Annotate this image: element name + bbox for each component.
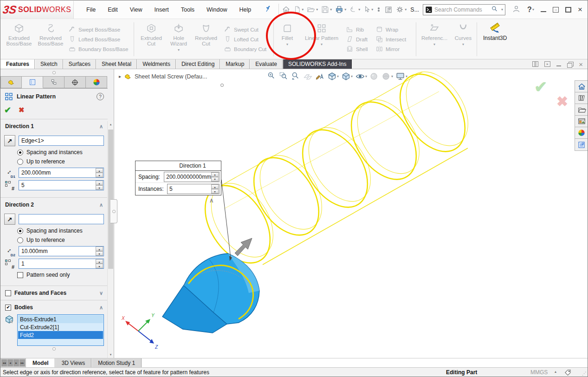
pane-display-icon[interactable]: [532, 61, 538, 67]
undo-button[interactable]: ▾: [348, 4, 361, 15]
model-3d-view[interactable]: X Y Z: [114, 69, 588, 358]
help-icon[interactable]: ?: [97, 93, 104, 100]
settings-dropdown[interactable]: ▾: [405, 7, 407, 12]
radio-icon[interactable]: [17, 159, 23, 165]
direction1-reference-field[interactable]: Edge<1>: [19, 136, 104, 146]
view-settings-button[interactable]: ▾: [395, 71, 408, 82]
radio-selected-icon[interactable]: [17, 150, 23, 156]
tab-markup[interactable]: Markup: [220, 59, 250, 69]
tab-configuration-manager[interactable]: [43, 76, 65, 88]
bodies-checkbox[interactable]: ✔: [5, 305, 11, 311]
pin-menu-icon[interactable]: [264, 5, 272, 14]
help-dropdown[interactable]: ▾: [532, 7, 534, 12]
direction1-instances-field[interactable]: 5 ▴▾: [19, 180, 104, 190]
confirmation-cancel-icon[interactable]: ✖: [556, 93, 568, 110]
pattern-seed-checkbox[interactable]: [17, 272, 23, 278]
print-button[interactable]: ▾: [334, 4, 347, 15]
options-list-icon[interactable]: [383, 4, 394, 15]
tab-model[interactable]: Model: [26, 358, 55, 367]
settings-gear-button[interactable]: ▾: [394, 4, 407, 15]
collapse-icon[interactable]: ∧: [99, 124, 103, 130]
new-document-dropdown[interactable]: ▾: [302, 7, 304, 12]
flyout-tree-arrow[interactable]: ▸: [119, 74, 121, 79]
direction1-spacing-field[interactable]: 200.000mm ▴▾: [19, 168, 104, 178]
tab-surfaces[interactable]: Surfaces: [63, 59, 96, 69]
ok-button[interactable]: ✔: [4, 105, 11, 115]
document-close-button[interactable]: ×: [579, 62, 583, 67]
tab-motion-study[interactable]: Motion Study 1: [91, 358, 142, 367]
search-magnifier-icon[interactable]: [491, 6, 499, 13]
zoom-area-button[interactable]: [278, 71, 289, 82]
boundary-boss-button[interactable]: Boundary Boss/Base: [68, 45, 130, 53]
hole-wizard-button[interactable]: Hole Wizard ▾: [167, 20, 190, 58]
search-input[interactable]: [434, 6, 489, 13]
spacing2-spinner[interactable]: ▴▾: [96, 247, 103, 256]
body-list-item[interactable]: Cut-Extrude2[1]: [18, 323, 103, 331]
edit-appearance-button[interactable]: [369, 71, 380, 82]
annotation-view-button[interactable]: [315, 71, 325, 82]
linear-pattern-button[interactable]: Linear Pattern ▾: [299, 20, 344, 58]
callout-instances-field[interactable]: 5▴▾: [167, 184, 220, 194]
mirror-button[interactable]: Mirror: [375, 45, 413, 53]
new-document-button[interactable]: ▾: [292, 4, 304, 15]
direction2-instances-field[interactable]: 1 ▴▾: [19, 259, 104, 269]
extruded-cut-button[interactable]: Extruded Cut: [136, 20, 167, 58]
panel-scrollbar[interactable]: ▴ ▾: [107, 121, 114, 358]
expand-icon[interactable]: ∨: [99, 290, 103, 296]
body-list-item-selected[interactable]: Fold2: [18, 331, 103, 339]
features-faces-checkbox[interactable]: [5, 290, 11, 296]
view-palette-tab[interactable]: [575, 116, 588, 127]
collapsed-menu-item[interactable]: S...: [410, 6, 419, 13]
tab-features[interactable]: Features: [0, 59, 35, 69]
swept-boss-button[interactable]: Swept Boss/Base: [68, 26, 130, 33]
view-orientation-dropdown[interactable]: ▾: [337, 74, 339, 78]
hole-wizard-dropdown[interactable]: ▾: [178, 46, 180, 52]
next-tab-button[interactable]: ▸: [13, 359, 19, 366]
tags-icon[interactable]: [564, 369, 572, 377]
design-library-tab[interactable]: [575, 92, 588, 104]
resize-grip[interactable]: ⋰: [582, 371, 587, 376]
menu-view[interactable]: View: [124, 1, 149, 19]
view-settings-dropdown[interactable]: ▾: [406, 74, 407, 78]
hide-show-items-button[interactable]: ▾: [355, 71, 368, 82]
minimize-button[interactable]: [541, 7, 546, 12]
close-button[interactable]: ×: [578, 7, 582, 13]
swept-cut-button[interactable]: Swept Cut: [224, 26, 270, 33]
pane-expand-icon[interactable]: ▸: [544, 61, 550, 67]
instances1-spinner[interactable]: ▴▾: [96, 181, 103, 190]
scroll-up-arrow[interactable]: ▴: [108, 121, 114, 128]
solidworks-resources-tab[interactable]: [575, 81, 588, 92]
direction2-reference-field[interactable]: [19, 214, 104, 224]
callout-instances-spinner[interactable]: ▴▾: [211, 184, 219, 194]
direction2-spacing-field[interactable]: 10.000mm ▴▾: [19, 246, 104, 256]
tab-evaluate[interactable]: Evaluate: [250, 59, 283, 69]
menu-tools[interactable]: Tools: [175, 1, 200, 19]
display-style-button[interactable]: ▾: [341, 71, 353, 82]
apply-scene-button[interactable]: ▾: [381, 71, 394, 82]
tab-3d-views[interactable]: 3D Views: [55, 358, 91, 367]
units-indicator[interactable]: MMGS: [530, 369, 548, 376]
fillet-dropdown[interactable]: ▾: [286, 41, 288, 46]
tab-dimxpert-manager[interactable]: [65, 76, 86, 88]
callout-collapse-icon[interactable]: ∧: [209, 197, 214, 204]
bodies-list[interactable]: Boss-Extrude1 Cut-Extrude2[1] Fold2: [17, 314, 104, 346]
search-dropdown[interactable]: ▾: [501, 7, 503, 12]
first-tab-button[interactable]: ◂◂: [1, 359, 7, 366]
menu-file[interactable]: File: [80, 1, 102, 19]
custom-properties-tab[interactable]: [575, 139, 588, 150]
document-minimize-button[interactable]: [556, 62, 561, 66]
zoom-fit-button[interactable]: [266, 71, 277, 82]
home-button[interactable]: [281, 4, 291, 15]
menu-window[interactable]: Window: [200, 1, 233, 19]
instant3d-button[interactable]: Instant3D: [478, 20, 511, 58]
collapse-icon[interactable]: ∧: [99, 202, 103, 208]
body-list-item[interactable]: Boss-Extrude1: [18, 315, 103, 323]
spacing-instances-option1[interactable]: Spacing and instances: [17, 149, 104, 156]
menu-insert[interactable]: Insert: [149, 1, 175, 19]
section-view-button[interactable]: [303, 71, 313, 82]
tab-sketch[interactable]: Sketch: [35, 59, 63, 69]
intersect-button[interactable]: Intersect: [375, 35, 413, 43]
menu-help[interactable]: Help: [233, 1, 258, 19]
callout-spacing-field[interactable]: 200.00000000mm▴▾: [164, 172, 220, 182]
select-button[interactable]: ▾: [362, 4, 374, 15]
